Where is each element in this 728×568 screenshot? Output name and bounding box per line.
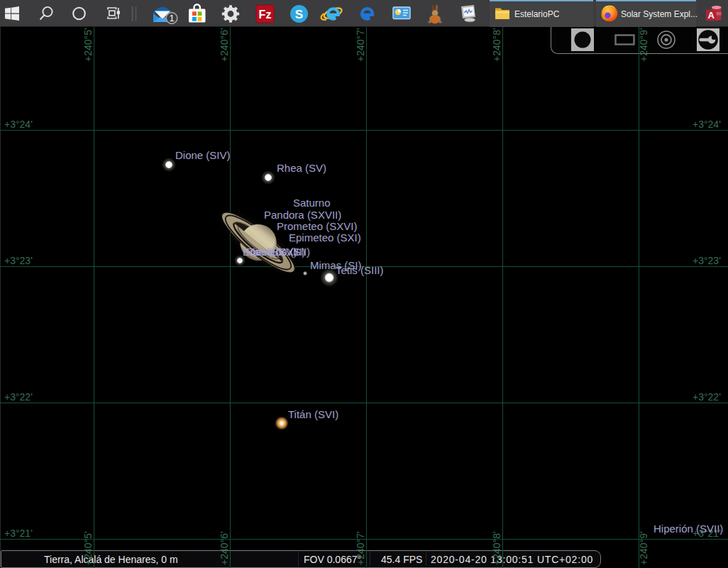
svg-text:+240°8': +240°8' <box>491 531 502 565</box>
svg-text:+240°9': +240°9' <box>638 531 649 565</box>
svg-text:+240°9': +240°9' <box>638 28 649 62</box>
svg-text:+240°5': +240°5' <box>82 531 94 565</box>
svg-text:+240°6': +240°6' <box>219 28 230 62</box>
svg-text:+240°7': +240°7' <box>355 28 366 62</box>
svg-text:+240°7': +240°7' <box>355 531 366 565</box>
svg-text:S: S <box>295 8 303 21</box>
svg-text:+3°23': +3°23' <box>4 255 33 266</box>
svg-text:+240°6': +240°6' <box>219 531 230 565</box>
svg-text:1: 1 <box>169 13 174 23</box>
svg-text:+3°23': +3°23' <box>693 255 721 266</box>
svg-text:+240°5': +240°5' <box>82 28 94 62</box>
svg-text:+3°22': +3°22' <box>4 391 33 403</box>
svg-text:Fz: Fz <box>259 9 272 21</box>
svg-text:+3°22': +3°22' <box>693 391 721 403</box>
svg-text:+3°24': +3°24' <box>693 119 721 130</box>
svg-text:+3°24': +3°24' <box>4 119 33 130</box>
svg-text:+3°21': +3°21' <box>4 528 33 539</box>
svg-text:+240°8': +240°8' <box>491 28 502 62</box>
svg-text:A: A <box>708 10 715 21</box>
